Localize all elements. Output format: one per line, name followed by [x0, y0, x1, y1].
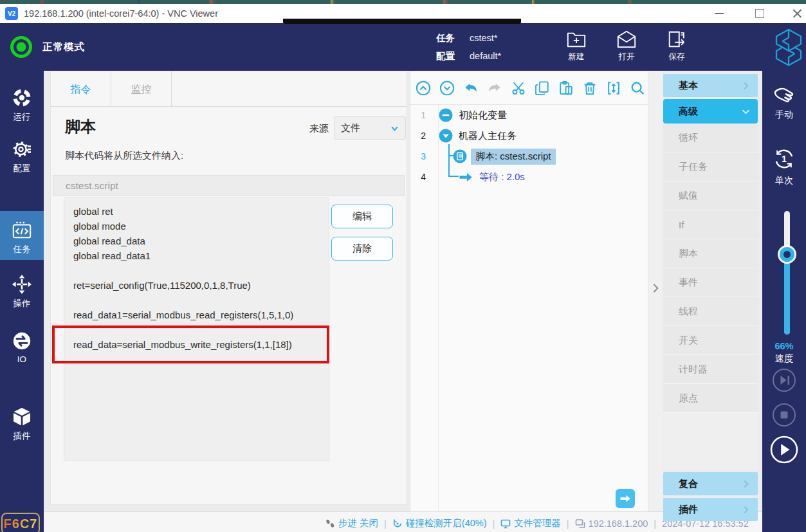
tree-row-label[interactable]: 等待 : 2.0s	[479, 171, 525, 183]
play-button[interactable]	[769, 435, 799, 464]
sidebar-item-run[interactable]: 运行	[0, 87, 44, 123]
arrow-right-icon[interactable]	[458, 172, 473, 183]
expand-all-icon[interactable]	[439, 80, 455, 96]
sidebar-item-io[interactable]: IO	[0, 331, 44, 364]
panel-expander[interactable]	[648, 71, 663, 518]
mode-label: 正常模式	[42, 41, 85, 54]
robot-mode-indicator: 正常模式	[9, 35, 85, 59]
minimize-button[interactable]	[704, 4, 734, 23]
replace-icon[interactable]	[606, 80, 621, 96]
sidebar-item-label: 配置	[14, 163, 31, 174]
code-line	[73, 322, 329, 337]
status-item-label: 碰撞检测开启(40%)	[406, 517, 487, 529]
status-item[interactable]: 步进 关闭	[325, 517, 378, 529]
copy-icon[interactable]	[535, 80, 550, 96]
next-step-button[interactable]	[616, 489, 635, 508]
command-item[interactable]: 事件	[663, 268, 758, 297]
command-item[interactable]: If	[663, 210, 758, 239]
tree-row[interactable]: 1初始化变量	[410, 105, 648, 125]
search-icon[interactable]	[630, 80, 645, 96]
arrow-right-icon	[619, 494, 631, 503]
script-file-field[interactable]: cstest.script	[53, 175, 405, 196]
tree-row-label[interactable]: 脚本: cstest.script	[471, 149, 556, 165]
command-group-复合[interactable]: 复合	[663, 472, 758, 495]
manual-mode-button[interactable]: 手动	[762, 86, 806, 121]
status-item[interactable]: 碰撞检测开启(40%)	[392, 517, 487, 529]
script-circle-icon[interactable]	[453, 149, 467, 163]
new-file-icon	[566, 30, 587, 49]
sidebar-item-operate[interactable]: 操作	[0, 274, 44, 309]
source-label: 来源	[309, 123, 329, 135]
command-item[interactable]: 开关	[663, 326, 758, 355]
status-separator: |	[654, 518, 656, 529]
sidebar-item-config[interactable]: 配置	[0, 139, 44, 174]
sidebar-item-task[interactable]: 任务	[0, 211, 44, 260]
command-item[interactable]: 原点	[663, 384, 758, 413]
single-run-button[interactable]: 1 单次	[762, 147, 806, 187]
chevron-right-icon	[742, 480, 750, 488]
step-foot-icon	[325, 518, 335, 529]
tree-row-label[interactable]: 机器人主任务	[459, 130, 517, 142]
command-item[interactable]: 子任务	[663, 152, 758, 181]
speed-slider[interactable]	[762, 211, 806, 335]
script-code-view[interactable]: global retglobal modeglobal read_dataglo…	[64, 197, 329, 461]
clear-button[interactable]: 清除	[331, 237, 393, 261]
stop-button[interactable]	[772, 403, 796, 427]
collapse-all-icon[interactable]	[416, 80, 431, 96]
save-icon	[666, 30, 687, 49]
sidebar-item-plugin[interactable]: 插件	[0, 407, 44, 442]
code-line: global read_data	[73, 234, 329, 248]
gear-icon	[12, 139, 32, 160]
maximize-button[interactable]	[745, 4, 774, 23]
command-panel-spacer	[663, 413, 758, 470]
tree-row[interactable]: 3脚本: cstest.script	[410, 146, 648, 167]
tree-row[interactable]: 2机器人主任务	[410, 125, 648, 146]
panel-title: 脚本	[65, 116, 96, 137]
speed-label: 速度	[762, 353, 806, 365]
edit-button[interactable]: 编辑	[331, 205, 393, 228]
slider-handle[interactable]	[780, 247, 794, 262]
minus-circle-icon[interactable]	[439, 108, 453, 122]
tab-指令[interactable]: 指令	[51, 71, 111, 107]
command-group-label: 插件	[679, 504, 742, 516]
instruction-panel: 指令监控 脚本 来源 文件 脚本代码将从所选文件纳入: cstest.scrip…	[50, 71, 407, 505]
triangle-circle-icon[interactable]	[439, 129, 453, 143]
code-line	[73, 293, 329, 307]
sidebar-item-label: 任务	[14, 244, 31, 255]
source-select[interactable]: 文件	[334, 116, 406, 140]
tree-branch-line	[448, 155, 456, 156]
command-group-高级[interactable]: 高级	[663, 99, 758, 124]
paste-icon[interactable]	[558, 80, 574, 96]
command-item[interactable]: 线程	[663, 297, 758, 326]
tree-row-label[interactable]: 初始化变量	[459, 109, 507, 122]
vnc-toolbar-peek[interactable]	[283, 19, 521, 24]
config-value: default*	[470, 51, 501, 61]
command-group-插件[interactable]: 插件	[663, 498, 758, 521]
cut-icon[interactable]	[511, 80, 526, 96]
status-bar: 步进 关闭|碰撞检测开启(40%)|文件管理器|192.168.1.200|20…	[44, 511, 762, 532]
command-item[interactable]: 计时器	[663, 355, 758, 384]
delete-icon[interactable]	[582, 80, 598, 96]
tab-监控[interactable]: 监控	[111, 71, 172, 107]
brand-logo	[774, 28, 803, 66]
run-icon	[12, 87, 32, 108]
tree-row[interactable]: 4等待 : 2.0s	[410, 167, 648, 187]
command-item[interactable]: 赋值	[663, 181, 758, 210]
command-item[interactable]: 循环	[663, 124, 758, 152]
chevron-down-icon	[390, 124, 399, 133]
status-item[interactable]: 文件管理器	[500, 517, 561, 529]
manual-label: 手动	[775, 109, 793, 121]
new-label: 新建	[569, 51, 585, 62]
step-forward-button[interactable]	[772, 368, 796, 392]
undo-icon[interactable]	[463, 80, 479, 96]
config-label: 配置	[436, 50, 463, 62]
redo-icon[interactable]	[487, 80, 502, 96]
close-button[interactable]	[782, 4, 806, 23]
save-button[interactable]: 保存	[666, 30, 687, 62]
command-group-基本[interactable]: 基本	[663, 74, 758, 97]
command-item[interactable]: 脚本	[663, 239, 758, 268]
status-badge: F6C7	[1, 513, 40, 532]
open-button[interactable]: 打开	[616, 30, 637, 62]
new-button[interactable]: 新建	[566, 30, 587, 62]
speed-percwhile-value: 66%	[762, 341, 806, 351]
